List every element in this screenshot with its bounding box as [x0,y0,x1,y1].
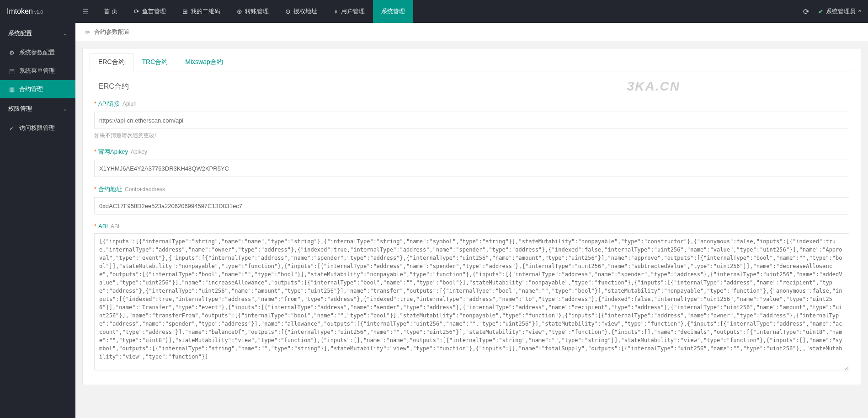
side-label: 系统菜单管理 [19,67,55,75]
gear-icon: ⚙ [9,49,16,56]
clock-icon: ⟳ [134,8,139,15]
side-group-system[interactable]: 系统配置 ⌄ [0,23,75,43]
collapse-icon[interactable]: ☰ [75,7,96,16]
chevron-down-icon: ⌄ [63,106,67,112]
nav-auth[interactable]: ⊙授权地址 [277,0,325,23]
username: 系统管理员 [826,7,856,16]
field-apikey: *官网ApikeyApikey [94,148,849,177]
nav-users[interactable]: ♀用户管理 [325,0,373,23]
breadcrumb-text: 合约参数配置 [94,28,130,36]
list-icon: ▤ [9,68,16,75]
textarea-abi[interactable] [94,233,849,370]
refresh-icon[interactable]: ⟳ [803,7,809,16]
group-title: 权限管理 [8,105,32,113]
required-mark: * [94,148,96,155]
key-icon: ⊙ [285,8,291,15]
breadcrumb: ≫ 合约参数配置 [75,23,868,41]
nav-system[interactable]: 系统管理 [373,0,413,23]
nav-home[interactable]: 首 页 [96,0,126,23]
verified-icon: ✔ [818,8,823,15]
tab-label: ERC合约 [98,58,125,65]
required-mark: * [94,100,96,107]
tab-mixswap[interactable]: Mixswap合约 [176,53,231,71]
card: ERC合约 TRC合约 Mixswap合约 3KA.CN ERC合约 *API链… [82,48,861,385]
breadcrumb-icon: ≫ [85,29,91,35]
user-menu[interactable]: ✔ 系统管理员 ^ [818,7,861,16]
header-nav: ☰ 首 页 ⟳鱼苗管理 ⊞我的二维码 ⊛转账管理 ⊙授权地址 ♀用户管理 系统管… [75,0,803,23]
user-icon: ♀ [334,8,339,15]
field-apiurl: *API链接Apiurl 如果不清楚请勿随意更改! [94,100,849,139]
input-apiurl[interactable] [94,112,849,129]
label-apiurl: *API链接Apiurl [94,100,849,108]
side-label: 系统参数配置 [19,48,55,57]
field-contract: *合约地址Contractaddress [94,185,849,214]
side-item-params[interactable]: ⚙系统参数配置 [0,43,75,62]
nav-label: 转账管理 [245,7,269,16]
chevron-down-icon: ⌄ [63,30,67,37]
tab-erc[interactable]: ERC合约 [90,53,133,71]
required-mark: * [94,186,96,193]
input-contract[interactable] [94,197,849,214]
side-item-menu[interactable]: ▤系统菜单管理 [0,62,75,80]
nav-qrcode[interactable]: ⊞我的二维码 [174,0,229,23]
input-apikey[interactable] [94,160,849,177]
contract-icon: ▥ [9,86,16,93]
form-title: ERC合约 [94,78,849,100]
nav-fish[interactable]: ⟳鱼苗管理 [126,0,174,23]
label-apikey: *官网ApikeyApikey [94,148,849,156]
side-group-permission[interactable]: 权限管理 ⌄ [0,98,75,119]
field-abi: *ABIABI [94,223,849,372]
header-right: ⟳ ✔ 系统管理员 ^ [803,7,861,16]
nav-label: 鱼苗管理 [142,7,166,16]
nav-label: 用户管理 [341,7,365,16]
side-label: 合约管理 [19,85,43,93]
side-label: 访问权限管理 [19,124,55,132]
shield-icon: ✓ [9,125,16,132]
header: Imtoken v1.0 ☰ 首 页 ⟳鱼苗管理 ⊞我的二维码 ⊛转账管理 ⊙授… [0,0,868,23]
main: ≫ 合约参数配置 ERC合约 TRC合约 Mixswap合约 3KA.CN ER… [75,23,868,418]
nav-label: 系统管理 [381,7,405,16]
nav-transfer[interactable]: ⊛转账管理 [229,0,277,23]
required-mark: * [94,223,96,230]
tabs: ERC合约 TRC合约 Mixswap合约 [90,53,854,71]
side-item-access[interactable]: ✓访问权限管理 [0,119,75,137]
group-title: 系统配置 [8,29,32,38]
tab-label: TRC合约 [142,58,168,65]
label-contract: *合约地址Contractaddress [94,185,849,193]
app-version: v1.0 [34,10,43,15]
hint-apiurl: 如果不清楚请勿随意更改! [94,132,849,139]
logo: Imtoken v1.0 [7,7,75,16]
nav-label: 我的二维码 [191,7,220,16]
app-name: Imtoken [7,7,33,16]
form: 3KA.CN ERC合约 *API链接Apiurl 如果不清楚请勿随意更改! *… [90,78,854,372]
tab-label: Mixswap合约 [185,58,223,65]
tab-trc[interactable]: TRC合约 [133,53,177,71]
chevron-up-icon: ^ [858,8,861,15]
side-item-contract[interactable]: ▥合约管理 [0,80,75,98]
nav-label: 授权地址 [293,7,317,16]
qr-icon: ⊞ [182,8,188,15]
transfer-icon: ⊛ [237,8,242,15]
label-abi: *ABIABI [94,223,849,230]
sidebar: 系统配置 ⌄ ⚙系统参数配置 ▤系统菜单管理 ▥合约管理 权限管理 ⌄ ✓访问权… [0,23,75,418]
nav-label: 首 页 [104,7,117,16]
